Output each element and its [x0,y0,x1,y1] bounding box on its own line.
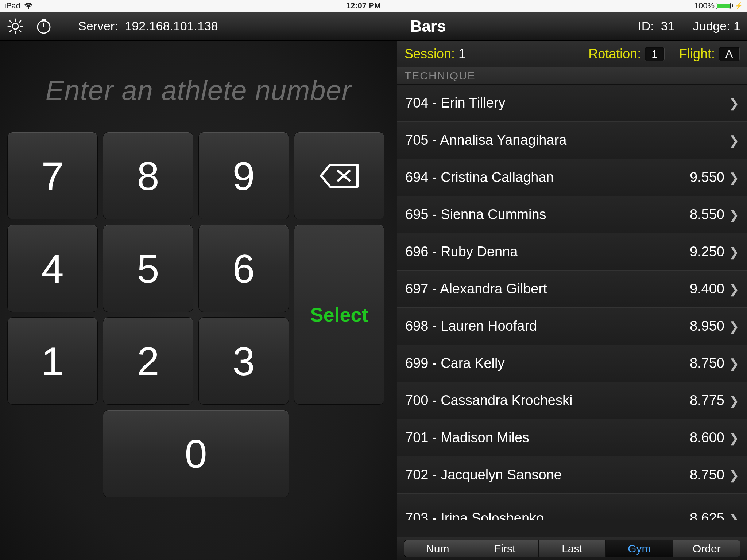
header-judge: Judge: 1 [693,19,740,33]
settings-gear-icon[interactable] [7,18,24,35]
chevron-right-icon: ❯ [724,170,739,185]
rotation-select[interactable]: 1 [645,47,665,61]
sort-gym[interactable]: Gym [606,540,673,557]
key-select[interactable]: Select [294,225,384,405]
athlete-row[interactable]: 705 - Annalisa Yanagihara❯ [397,122,747,159]
chevron-right-icon: ❯ [724,319,739,334]
flight-label: Flight: [679,46,715,62]
athlete-name: 703 - Irina Soloshenko [405,510,673,520]
athlete-row[interactable]: 702 - Jacquelyn Sansone8.750❯ [397,456,747,494]
athlete-name: 704 - Erin Tillery [405,95,673,111]
key-9[interactable]: 9 [198,132,289,219]
key-7[interactable]: 7 [7,132,98,219]
chevron-right-icon: ❯ [724,245,739,259]
session-meta-row: Session: 1 Rotation: 1 Flight: A [397,41,747,67]
svg-point-0 [28,7,29,9]
chevron-right-icon: ❯ [724,468,739,482]
flight-select[interactable]: A [719,47,740,61]
server-info: Server: 192.168.101.138 [78,19,218,33]
battery-indicator: 100% ⚡ [694,1,743,11]
key-8[interactable]: 8 [103,132,193,219]
chevron-right-icon: ❯ [724,356,739,371]
athlete-name: 694 - Cristina Callaghan [405,170,673,185]
chevron-right-icon: ❯ [724,96,739,110]
athlete-score: 8.750 [673,355,724,371]
athlete-score: 9.400 [673,281,724,297]
athlete-name: 702 - Jacquelyn Sansone [405,467,673,483]
athlete-row[interactable]: 694 - Cristina Callaghan9.550❯ [397,159,747,196]
key-5[interactable]: 5 [103,225,193,312]
athlete-score: 9.550 [673,170,724,185]
ios-status-bar: iPad 12:07 PM 100% ⚡ [0,0,747,12]
athlete-list[interactable]: 704 - Erin Tillery❯705 - Annalisa Yanagi… [397,85,747,537]
athlete-score: 8.950 [673,318,724,334]
athlete-row[interactable]: 700 - Cassandra Krocheski8.775❯ [397,382,747,419]
athlete-name: 696 - Ruby Denna [405,244,673,260]
battery-percent: 100% [694,1,715,11]
athlete-score: 8.750 [673,467,724,483]
rotation-label: Rotation: [588,46,641,62]
app-header: Server: 192.168.101.138 Bars ID: 31 Judg… [0,12,747,41]
key-0[interactable]: 0 [103,410,289,497]
key-6[interactable]: 6 [198,225,289,312]
svg-line-9 [19,21,21,22]
sort-num[interactable]: Num [404,540,471,557]
chevron-right-icon: ❯ [724,133,739,148]
sort-last[interactable]: Last [539,540,606,557]
charging-icon: ⚡ [735,2,743,10]
session-label: Session: [405,46,455,62]
svg-line-6 [10,21,11,22]
athlete-number-input[interactable]: Enter an athlete number [7,52,390,128]
chevron-right-icon: ❯ [724,207,739,222]
key-3[interactable]: 3 [198,317,289,405]
chevron-right-icon: ❯ [724,393,739,408]
athlete-name: 705 - Annalisa Yanagihara [405,132,673,148]
event-title: Bars [229,17,627,35]
athlete-row[interactable]: 703 - Irina Soloshenko8.625❯ [397,494,747,520]
wifi-icon [24,3,33,9]
keypad-pane: Enter an athlete number 7 8 9 4 [0,41,397,560]
athlete-row[interactable]: 701 - Madison Miles8.600❯ [397,419,747,456]
athlete-score: 8.775 [673,393,724,408]
numeric-keypad: 7 8 9 4 5 6 [7,132,390,549]
sort-bar: Num First Last Gym Order [397,537,747,560]
athlete-score: 8.625 [673,510,724,520]
stopwatch-icon[interactable] [35,18,53,35]
athlete-name: 701 - Madison Miles [405,430,673,446]
section-header-technique: TECHNIQUE [397,67,747,85]
key-1[interactable]: 1 [7,317,98,405]
chevron-right-icon: ❯ [724,512,739,520]
athlete-score: 8.550 [673,207,724,222]
sort-segmented-control[interactable]: Num First Last Gym Order [404,540,740,557]
header-id: ID: 31 [638,19,674,33]
athlete-name: 698 - Lauren Hoofard [405,318,673,334]
key-4[interactable]: 4 [7,225,98,312]
athlete-row[interactable]: 697 - Alexandra Gilbert9.400❯ [397,271,747,308]
chevron-right-icon: ❯ [724,431,739,445]
athlete-row[interactable]: 704 - Erin Tillery❯ [397,85,747,122]
athlete-score: 8.600 [673,430,724,446]
athlete-name: 699 - Cara Kelly [405,355,673,371]
athlete-name: 695 - Sienna Cummins [405,207,673,222]
athlete-name: 697 - Alexandra Gilbert [405,281,673,297]
device-label: iPad [4,1,20,11]
key-2[interactable]: 2 [103,317,193,405]
session-value: 1 [458,46,466,62]
svg-point-1 [12,23,18,29]
backspace-icon [319,163,359,188]
key-backspace[interactable] [294,132,384,219]
svg-line-7 [19,30,21,32]
athlete-score: 9.250 [673,244,724,260]
athlete-row[interactable]: 695 - Sienna Cummins8.550❯ [397,196,747,233]
athlete-row[interactable]: 699 - Cara Kelly8.750❯ [397,345,747,382]
sort-first[interactable]: First [471,540,538,557]
athlete-row[interactable]: 698 - Lauren Hoofard8.950❯ [397,308,747,345]
chevron-right-icon: ❯ [724,282,739,296]
status-time: 12:07 PM [346,1,381,11]
athlete-list-pane: Session: 1 Rotation: 1 Flight: A TECHNIQ… [397,41,747,560]
athlete-row[interactable]: 696 - Ruby Denna9.250❯ [397,233,747,271]
sort-order[interactable]: Order [673,540,740,557]
svg-line-8 [10,30,11,32]
athlete-name: 700 - Cassandra Krocheski [405,393,673,408]
